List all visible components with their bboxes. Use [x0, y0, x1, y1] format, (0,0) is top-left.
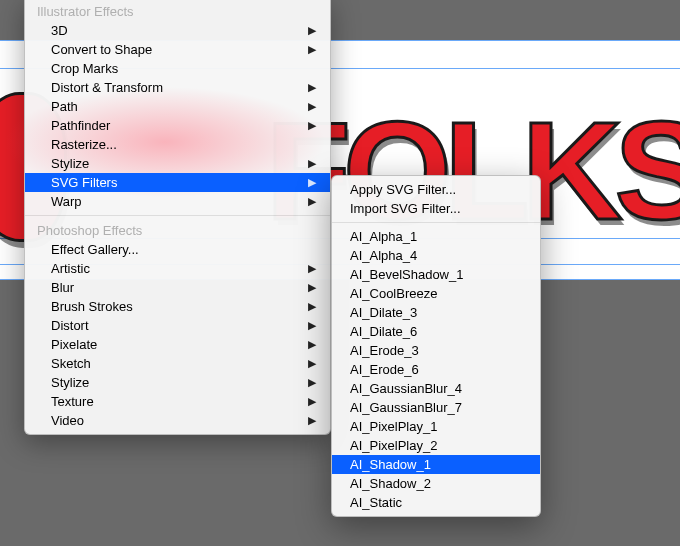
- submenu-arrow-icon: ▶: [308, 120, 316, 131]
- menu-item-stylize-label: Stylize: [51, 156, 89, 171]
- menu-item-distort[interactable]: Distort▶: [25, 316, 330, 335]
- submenu-filter-ai-pixelplay-1[interactable]: AI_PixelPlay_1: [332, 417, 540, 436]
- menu-item-pathfinder-label: Pathfinder: [51, 118, 110, 133]
- submenu-arrow-icon: ▶: [308, 339, 316, 350]
- submenu-filter-ai-erode-6[interactable]: AI_Erode_6: [332, 360, 540, 379]
- submenu-arrow-icon: ▶: [308, 196, 316, 207]
- submenu-filter-ai-coolbreeze[interactable]: AI_CoolBreeze: [332, 284, 540, 303]
- submenu-filter-label: AI_Shadow_1: [350, 457, 431, 472]
- menu-item-svg-filters-label: SVG Filters: [51, 175, 117, 190]
- submenu-filter-label: AI_Dilate_6: [350, 324, 417, 339]
- menu-item-sketch-label: Sketch: [51, 356, 91, 371]
- menu-item-distort-transform-label: Distort & Transform: [51, 80, 163, 95]
- menu-item-effect-gallery--label: Effect Gallery...: [51, 242, 139, 257]
- menu-item-artistic[interactable]: Artistic▶: [25, 259, 330, 278]
- menu-item-3d[interactable]: 3D▶: [25, 21, 330, 40]
- submenu-filter-label: AI_Static: [350, 495, 402, 510]
- menu-item-convert-to-shape[interactable]: Convert to Shape▶: [25, 40, 330, 59]
- svg-filters-submenu: Apply SVG Filter...Import SVG Filter... …: [331, 175, 541, 517]
- submenu-arrow-icon: ▶: [308, 82, 316, 93]
- submenu-filter-label: AI_Alpha_1: [350, 229, 417, 244]
- submenu-filter-ai-dilate-3[interactable]: AI_Dilate_3: [332, 303, 540, 322]
- menu-item-pixelate-label: Pixelate: [51, 337, 97, 352]
- submenu-filter-ai-static[interactable]: AI_Static: [332, 493, 540, 512]
- menu-item-pathfinder[interactable]: Pathfinder▶: [25, 116, 330, 135]
- submenu-filter-ai-dilate-6[interactable]: AI_Dilate_6: [332, 322, 540, 341]
- submenu-filter-label: AI_Shadow_2: [350, 476, 431, 491]
- menu-item-convert-to-shape-label: Convert to Shape: [51, 42, 152, 57]
- menu-item-video[interactable]: Video▶: [25, 411, 330, 430]
- menu-item-path[interactable]: Path▶: [25, 97, 330, 116]
- submenu-arrow-icon: ▶: [308, 415, 316, 426]
- menu-item-effect-gallery-[interactable]: Effect Gallery...: [25, 240, 330, 259]
- menu-item-distort-label: Distort: [51, 318, 89, 333]
- submenu-filter-label: AI_GaussianBlur_7: [350, 400, 462, 415]
- submenu-arrow-icon: ▶: [308, 44, 316, 55]
- menu-item-svg-filters[interactable]: SVG Filters▶: [25, 173, 330, 192]
- menu-item-brush-strokes-label: Brush Strokes: [51, 299, 133, 314]
- menu-item-distort-transform[interactable]: Distort & Transform▶: [25, 78, 330, 97]
- submenu-filter-label: AI_Erode_3: [350, 343, 419, 358]
- submenu-arrow-icon: ▶: [308, 396, 316, 407]
- submenu-separator: [332, 222, 540, 223]
- submenu-filter-label: AI_CoolBreeze: [350, 286, 437, 301]
- submenu-arrow-icon: ▶: [308, 101, 316, 112]
- menu-item-path-label: Path: [51, 99, 78, 114]
- submenu-filter-ai-alpha-4[interactable]: AI_Alpha_4: [332, 246, 540, 265]
- menu-section-header-photoshop: Photoshop Effects: [25, 220, 330, 240]
- submenu-item-label: Apply SVG Filter...: [350, 182, 456, 197]
- submenu-arrow-icon: ▶: [308, 282, 316, 293]
- submenu-arrow-icon: ▶: [308, 320, 316, 331]
- menu-item-rasterize-[interactable]: Rasterize...: [25, 135, 330, 154]
- menu-item-warp-label: Warp: [51, 194, 82, 209]
- submenu-item-import-svg-filter-[interactable]: Import SVG Filter...: [332, 199, 540, 218]
- submenu-arrow-icon: ▶: [308, 25, 316, 36]
- menu-item-stylize-label: Stylize: [51, 375, 89, 390]
- submenu-filter-ai-bevelshadow-1[interactable]: AI_BevelShadow_1: [332, 265, 540, 284]
- submenu-filter-label: AI_Alpha_4: [350, 248, 417, 263]
- menu-separator: [25, 215, 330, 216]
- submenu-arrow-icon: ▶: [308, 158, 316, 169]
- submenu-arrow-icon: ▶: [308, 301, 316, 312]
- menu-item-rasterize--label: Rasterize...: [51, 137, 117, 152]
- menu-item-pixelate[interactable]: Pixelate▶: [25, 335, 330, 354]
- submenu-arrow-icon: ▶: [308, 358, 316, 369]
- submenu-filter-ai-gaussianblur-4[interactable]: AI_GaussianBlur_4: [332, 379, 540, 398]
- submenu-filter-label: AI_BevelShadow_1: [350, 267, 463, 282]
- menu-item-blur-label: Blur: [51, 280, 74, 295]
- menu-item-artistic-label: Artistic: [51, 261, 90, 276]
- menu-item-video-label: Video: [51, 413, 84, 428]
- menu-item-brush-strokes[interactable]: Brush Strokes▶: [25, 297, 330, 316]
- menu-section-header-illustrator: Illustrator Effects: [25, 1, 330, 21]
- submenu-filter-label: AI_PixelPlay_1: [350, 419, 437, 434]
- menu-item-3d-label: 3D: [51, 23, 68, 38]
- menu-item-crop-marks-label: Crop Marks: [51, 61, 118, 76]
- submenu-arrow-icon: ▶: [308, 263, 316, 274]
- menu-item-warp[interactable]: Warp▶: [25, 192, 330, 211]
- submenu-arrow-icon: ▶: [308, 177, 316, 188]
- menu-item-sketch[interactable]: Sketch▶: [25, 354, 330, 373]
- menu-item-texture[interactable]: Texture▶: [25, 392, 330, 411]
- menu-item-stylize[interactable]: Stylize▶: [25, 373, 330, 392]
- menu-item-stylize[interactable]: Stylize▶: [25, 154, 330, 173]
- menu-item-texture-label: Texture: [51, 394, 94, 409]
- submenu-filter-ai-alpha-1[interactable]: AI_Alpha_1: [332, 227, 540, 246]
- submenu-filter-label: AI_GaussianBlur_4: [350, 381, 462, 396]
- submenu-filter-label: AI_PixelPlay_2: [350, 438, 437, 453]
- submenu-item-label: Import SVG Filter...: [350, 201, 461, 216]
- submenu-filter-ai-shadow-2[interactable]: AI_Shadow_2: [332, 474, 540, 493]
- submenu-arrow-icon: ▶: [308, 377, 316, 388]
- submenu-filter-ai-gaussianblur-7[interactable]: AI_GaussianBlur_7: [332, 398, 540, 417]
- submenu-filter-ai-erode-3[interactable]: AI_Erode_3: [332, 341, 540, 360]
- submenu-filter-label: AI_Dilate_3: [350, 305, 417, 320]
- effects-menu: Illustrator Effects 3D▶Convert to Shape▶…: [24, 0, 331, 435]
- submenu-filter-label: AI_Erode_6: [350, 362, 419, 377]
- submenu-filter-ai-shadow-1[interactable]: AI_Shadow_1: [332, 455, 540, 474]
- menu-item-blur[interactable]: Blur▶: [25, 278, 330, 297]
- submenu-item-apply-svg-filter-[interactable]: Apply SVG Filter...: [332, 180, 540, 199]
- submenu-filter-ai-pixelplay-2[interactable]: AI_PixelPlay_2: [332, 436, 540, 455]
- menu-item-crop-marks[interactable]: Crop Marks: [25, 59, 330, 78]
